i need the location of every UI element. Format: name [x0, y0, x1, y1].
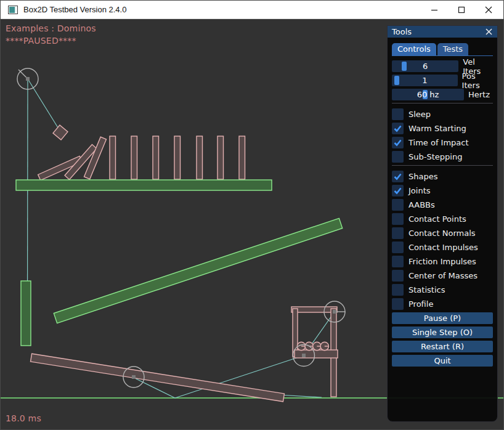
- platform-static: [16, 180, 272, 190]
- slider-row-vel-iters: 6Vel Iters: [392, 60, 493, 72]
- app-window: Box2D Testbed Version 2.4.0: [0, 0, 504, 430]
- separator: [392, 103, 493, 103]
- restart-button[interactable]: Restart (R): [392, 341, 493, 352]
- checkbox-label: Sub-Stepping: [408, 152, 462, 161]
- checkbox-row-contact-normals: Contact Normals: [392, 227, 493, 239]
- tools-panel-titlebar[interactable]: Tools: [388, 26, 497, 38]
- checkbox-label: Center of Masses: [408, 271, 478, 280]
- checkbox-friction-impulses[interactable]: [392, 256, 404, 267]
- slider-label: Pos Iters: [462, 71, 493, 90]
- standing-dominos[interactable]: [110, 136, 245, 179]
- simulation-viewport[interactable]: Examples : Dominos ****PAUSED**** 18.0 m…: [1, 19, 503, 429]
- checkbox-row-friction-impulses: Friction Impulses: [392, 256, 493, 267]
- minimize-icon: [431, 6, 438, 14]
- checkbox-row-contact-points: Contact Points: [392, 213, 493, 225]
- checkbox-label: Contact Points: [408, 214, 466, 224]
- checkbox-label: Time of Impact: [408, 138, 469, 147]
- checkbox-row-time-of-impact: Time of Impact: [392, 137, 493, 148]
- frame-time-label: 18.0 ms: [6, 413, 41, 423]
- check-icon: [393, 186, 402, 195]
- fallen-dominos[interactable]: [38, 137, 107, 180]
- maximize-button[interactable]: [448, 1, 475, 19]
- checkbox-label: Contact Impulses: [408, 243, 478, 252]
- checkbox-statistics[interactable]: [392, 284, 404, 296]
- checkbox-sub-stepping[interactable]: [392, 151, 404, 163]
- window-title: Box2D Testbed Version 2.4.0: [23, 5, 126, 14]
- slider-value: 1: [392, 75, 458, 86]
- button-group: Pause (P)Single Step (O)Restart (R)Quit: [392, 312, 493, 367]
- checkbox-row-joints: Joints: [392, 185, 493, 197]
- checkbox-label: Sleep: [408, 110, 431, 119]
- post-static: [21, 281, 31, 346]
- checkbox-warm-starting[interactable]: [392, 123, 404, 134]
- checkbox-row-shapes: Shapes: [392, 171, 493, 182]
- separator: [392, 165, 493, 166]
- checkbox-row-statistics: Statistics: [392, 284, 493, 296]
- tools-panel-title: Tools: [392, 27, 484, 36]
- checkbox-label: Joints: [408, 186, 431, 195]
- checkbox-row-sleep: Sleep: [392, 108, 493, 120]
- window-titlebar[interactable]: Box2D Testbed Version 2.4.0: [1, 1, 503, 19]
- slider-hertz[interactable]: 60 hz: [392, 89, 464, 100]
- checkbox-label: Friction Impulses: [408, 257, 476, 266]
- slider-value: 6: [392, 60, 458, 72]
- checkbox-label: AABBs: [408, 200, 435, 209]
- slider-row-pos-iters: 1Pos Iters: [392, 75, 493, 86]
- slider-value: 60 hz: [392, 89, 464, 100]
- checkbox-label: Profile: [408, 299, 433, 309]
- cradle-frame[interactable]: [291, 307, 338, 397]
- checkbox-label: Contact Normals: [408, 229, 476, 238]
- checkbox-sleep[interactable]: [392, 108, 404, 120]
- maximize-icon: [458, 6, 465, 14]
- close-icon: [485, 6, 492, 14]
- checkbox-profile[interactable]: [392, 298, 404, 310]
- checkbox-label: Shapes: [408, 172, 437, 181]
- check-icon: [393, 124, 402, 133]
- slider-label: Hertz: [468, 90, 490, 99]
- pause-button[interactable]: Pause (P): [392, 312, 493, 324]
- checkbox-row-warm-starting: Warm Starting: [392, 123, 493, 134]
- checkbox-shapes[interactable]: [392, 171, 404, 182]
- checkbox-center-of-masses[interactable]: [392, 270, 404, 282]
- tab-bar: ControlsTests: [392, 42, 493, 56]
- app-icon: [8, 5, 18, 15]
- minimize-button[interactable]: [421, 1, 448, 19]
- close-icon: [486, 28, 492, 35]
- slider-pos-iters[interactable]: 1: [392, 75, 458, 86]
- quit-button[interactable]: Quit: [392, 355, 493, 367]
- slider-group: 6Vel Iters1Pos Iters60 hzHertz: [392, 60, 493, 100]
- checkbox-contact-normals[interactable]: [392, 227, 404, 239]
- checkbox-label: Statistics: [408, 285, 445, 294]
- checkbox-label: Warm Starting: [408, 124, 466, 133]
- tools-panel: Tools ControlsTests 6Vel Iters1Pos Iters…: [387, 25, 498, 422]
- slider-vel-iters[interactable]: 6: [392, 60, 458, 72]
- tab-tests[interactable]: Tests: [437, 43, 468, 55]
- checkbox-row-contact-impulses: Contact Impulses: [392, 241, 493, 253]
- seesaw-plank-body[interactable]: [31, 354, 285, 402]
- hanging-box-body[interactable]: [53, 125, 68, 140]
- checkbox-groups: SleepWarm StartingTime of ImpactSub-Step…: [392, 108, 493, 310]
- close-button[interactable]: [475, 1, 502, 19]
- checkbox-row-center-of-masses: Center of Masses: [392, 270, 493, 282]
- checkbox-row-aabbs: AABBs: [392, 199, 493, 211]
- checkbox-row-sub-stepping: Sub-Stepping: [392, 151, 493, 163]
- paused-label: ****PAUSED****: [6, 36, 76, 46]
- tab-controls[interactable]: Controls: [392, 43, 436, 55]
- checkbox-row-profile: Profile: [392, 298, 493, 310]
- slider-row-hertz: 60 hzHertz: [392, 89, 493, 100]
- checkbox-joints[interactable]: [392, 185, 404, 197]
- checkbox-time-of-impact[interactable]: [392, 137, 404, 148]
- single-step-button[interactable]: Single Step (O): [392, 327, 493, 338]
- example-label: Examples : Dominos: [6, 23, 96, 33]
- check-icon: [393, 172, 402, 181]
- check-icon: [393, 138, 402, 147]
- checkbox-contact-impulses[interactable]: [392, 241, 404, 253]
- checkbox-contact-points[interactable]: [392, 213, 404, 225]
- tools-panel-close-button[interactable]: [484, 28, 493, 36]
- checkbox-aabbs[interactable]: [392, 199, 404, 211]
